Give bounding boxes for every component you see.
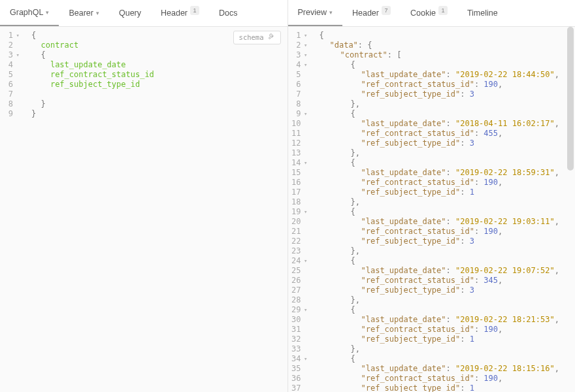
code-line: 28}, bbox=[288, 295, 576, 305]
line-number: 19▾ bbox=[288, 207, 316, 217]
line-number: 8 bbox=[288, 99, 316, 109]
tab-badge: 1 bbox=[190, 6, 199, 15]
code-content: }, bbox=[316, 246, 576, 256]
response-viewer[interactable]: 1▾{2▾"data": {3▾"contract": [4▾{5"last_u… bbox=[288, 27, 576, 392]
fold-toggle-icon[interactable]: ▾ bbox=[303, 256, 308, 266]
line-number: 3▾ bbox=[0, 50, 27, 60]
code-content: { bbox=[316, 158, 576, 168]
request-tab-header[interactable]: Header1 bbox=[151, 0, 209, 26]
code-line: 30"last_update_date": "2019-02-22 18:21:… bbox=[288, 315, 576, 325]
code-line: 7"ref_subject_type_id": 3 bbox=[288, 90, 576, 99]
line-number: 27 bbox=[288, 286, 316, 295]
code-content: "last_update_date": "2019-02-22 19:03:11… bbox=[316, 217, 576, 227]
line-number: 7 bbox=[288, 90, 316, 99]
fold-toggle-icon[interactable]: ▾ bbox=[303, 41, 308, 50]
code-content: } bbox=[27, 99, 288, 109]
request-tab-docs[interactable]: Docs bbox=[209, 0, 247, 26]
code-line: 23}, bbox=[288, 246, 576, 256]
code-content: "ref_contract_status_id": 190, bbox=[316, 325, 576, 335]
code-line: 6 ref_subject_type_id bbox=[0, 80, 288, 90]
line-number: 31 bbox=[288, 325, 316, 335]
schema-button-label: schema bbox=[239, 33, 264, 42]
code-content: last_update_date bbox=[27, 60, 288, 70]
code-line: 3▾"contract": [ bbox=[288, 50, 576, 60]
line-number: 32 bbox=[288, 335, 316, 344]
code-line: 3▾ { bbox=[0, 50, 288, 60]
fold-toggle-icon[interactable]: ▾ bbox=[303, 305, 308, 315]
code-content: "ref_subject_type_id": 3 bbox=[316, 286, 576, 295]
code-content: "data": { bbox=[316, 41, 576, 50]
request-tab-query[interactable]: Query bbox=[109, 0, 151, 26]
tab-label: Preview bbox=[298, 8, 327, 17]
code-content: } bbox=[27, 109, 288, 119]
line-number: 16 bbox=[288, 178, 316, 188]
tab-badge: 7 bbox=[382, 6, 391, 15]
fold-toggle-icon[interactable]: ▾ bbox=[14, 50, 20, 60]
line-number: 29▾ bbox=[288, 305, 316, 315]
line-number: 3▾ bbox=[288, 50, 316, 60]
code-line: 6"ref_contract_status_id": 190, bbox=[288, 80, 576, 90]
fold-toggle-icon[interactable]: ▾ bbox=[303, 50, 308, 60]
code-content: "ref_subject_type_id": 1 bbox=[316, 384, 576, 392]
vertical-scrollbar[interactable] bbox=[566, 27, 575, 392]
line-number: 5 bbox=[0, 70, 27, 80]
response-tab-cookie[interactable]: Cookie1 bbox=[401, 0, 457, 26]
query-editor[interactable]: schema 1▾{2 contract3▾ {4 last_update_da… bbox=[0, 27, 288, 392]
line-number: 17 bbox=[288, 188, 316, 197]
code-content: ref_contract_status_id bbox=[27, 70, 288, 80]
chevron-down-icon: ▾ bbox=[46, 9, 49, 16]
code-line: 35"last_update_date": "2019-02-22 18:15:… bbox=[288, 364, 576, 374]
code-line: 15"last_update_date": "2019-02-22 18:59:… bbox=[288, 168, 576, 178]
response-tabs: Preview▾Header7Cookie1Timeline bbox=[288, 0, 576, 27]
fold-toggle-icon[interactable]: ▾ bbox=[303, 207, 308, 217]
fold-toggle-icon[interactable]: ▾ bbox=[303, 60, 308, 70]
line-number: 14▾ bbox=[288, 158, 316, 168]
scrollbar-thumb[interactable] bbox=[567, 27, 574, 171]
code-content: }, bbox=[316, 99, 576, 109]
line-number: 33 bbox=[288, 344, 316, 354]
tab-label: Docs bbox=[219, 8, 237, 18]
tab-label: Header bbox=[352, 8, 379, 18]
code-line: 24▾{ bbox=[288, 256, 576, 266]
code-line: 7 bbox=[0, 90, 288, 99]
response-tab-preview[interactable]: Preview▾ bbox=[288, 0, 342, 26]
code-content bbox=[27, 90, 288, 99]
code-line: 33}, bbox=[288, 344, 576, 354]
line-number: 9 bbox=[0, 109, 27, 119]
code-content: "ref_subject_type_id": 3 bbox=[316, 139, 576, 148]
fold-toggle-icon[interactable]: ▾ bbox=[303, 354, 308, 364]
response-tab-header[interactable]: Header7 bbox=[342, 0, 401, 26]
code-content: "ref_contract_status_id": 190, bbox=[316, 227, 576, 237]
code-content: "ref_contract_status_id": 345, bbox=[316, 276, 576, 286]
code-content: "ref_contract_status_id": 190, bbox=[316, 80, 576, 90]
code-content: "last_update_date": "2019-02-22 18:59:31… bbox=[316, 168, 576, 178]
code-content: "last_update_date": "2018-04-11 16:02:17… bbox=[316, 119, 576, 129]
fold-toggle-icon[interactable]: ▾ bbox=[14, 31, 20, 41]
code-content: "ref_subject_type_id": 1 bbox=[316, 188, 576, 197]
fold-toggle-icon[interactable]: ▾ bbox=[303, 31, 308, 41]
line-number: 25 bbox=[288, 266, 316, 276]
response-tab-timeline[interactable]: Timeline bbox=[457, 0, 508, 26]
code-content: "ref_subject_type_id": 3 bbox=[316, 90, 576, 99]
fold-toggle-icon[interactable]: ▾ bbox=[303, 158, 308, 168]
code-line: 17"ref_subject_type_id": 1 bbox=[288, 188, 576, 197]
fold-toggle-icon[interactable]: ▾ bbox=[303, 109, 308, 119]
code-content: "ref_contract_status_id": 190, bbox=[316, 374, 576, 384]
tab-label: Query bbox=[119, 8, 141, 18]
schema-button[interactable]: schema bbox=[233, 31, 281, 44]
code-content: { bbox=[316, 256, 576, 266]
tab-badge: 1 bbox=[438, 6, 448, 15]
code-content: { bbox=[316, 207, 576, 217]
code-content: "ref_contract_status_id": 190, bbox=[316, 178, 576, 188]
line-number: 8 bbox=[0, 99, 27, 109]
line-number: 4 bbox=[0, 60, 27, 70]
code-line: 27"ref_subject_type_id": 3 bbox=[288, 286, 576, 295]
code-line: 26"ref_contract_status_id": 345, bbox=[288, 276, 576, 286]
code-content: { bbox=[27, 50, 288, 60]
request-tab-bearer[interactable]: Bearer▾ bbox=[59, 0, 109, 26]
request-tab-graphql[interactable]: GraphQL▾ bbox=[0, 0, 59, 26]
line-number: 23 bbox=[288, 246, 316, 256]
line-number: 15 bbox=[288, 168, 316, 178]
line-number: 10 bbox=[288, 119, 316, 129]
line-number: 7 bbox=[0, 90, 27, 99]
